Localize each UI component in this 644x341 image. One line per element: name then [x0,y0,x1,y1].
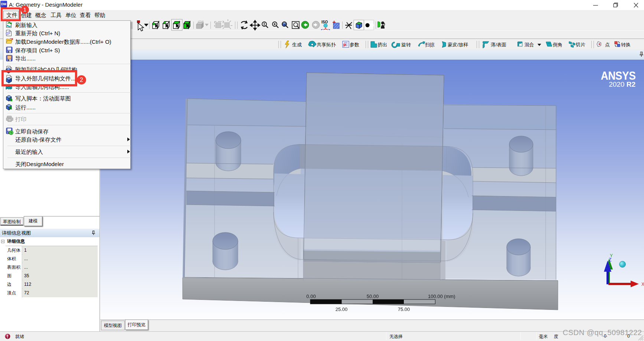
svg-text:Z: Z [609,257,611,262]
svg-text:X: X [641,282,644,287]
svg-text:75.00: 75.00 [398,307,410,312]
svg-text:50.00: 50.00 [367,294,379,299]
svg-text:P: P [343,43,346,47]
svg-text:0.00: 0.00 [306,294,316,299]
svg-text:ISO: ISO [321,20,328,24]
svg-text:25.00: 25.00 [336,307,348,312]
svg-text:100.00 (mm): 100.00 (mm) [428,294,455,299]
